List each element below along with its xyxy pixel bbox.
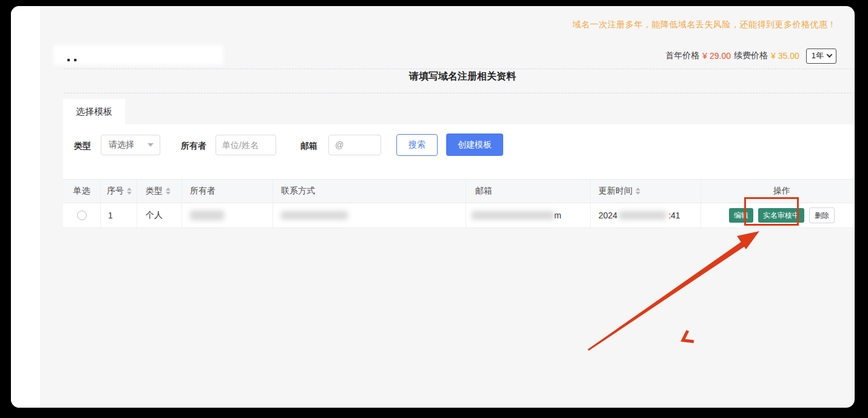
- create-template-button[interactable]: 创建模板: [446, 133, 503, 156]
- header-owner-label: 所有者: [190, 186, 215, 197]
- updated-prefix: 2024: [598, 211, 617, 220]
- redacted-email: [472, 211, 554, 220]
- header-select: 单选: [63, 180, 101, 203]
- chevron-down-icon: [827, 52, 833, 58]
- header-contact-label: 联系方式: [281, 186, 315, 197]
- row-index-value: 1: [108, 211, 113, 220]
- header-updated-label: 更新时间: [598, 186, 632, 197]
- screenshot-stage: 域名一次注册多年，能降低域名丢失风险，还能得到更多价格优惠！ 首年价格 ¥ 29…: [0, 0, 868, 418]
- type-filter-label: 类型: [74, 141, 91, 152]
- email-filter-label: 邮箱: [300, 141, 317, 152]
- search-button[interactable]: 搜索: [396, 134, 438, 156]
- dashed-divider: [64, 93, 855, 93]
- pricing-summary: 首年价格 ¥ 29.00 续费价格 ¥ 35.00 1年: [665, 48, 836, 64]
- row-index-cell: 1: [101, 203, 137, 228]
- header-contact: 联系方式: [273, 180, 466, 203]
- row-email-cell: m: [466, 203, 591, 228]
- type-select-value: 请选择: [109, 140, 134, 150]
- row-type-value: 个人: [146, 210, 163, 221]
- redacted-owner-name: [190, 211, 224, 220]
- collapsed-sidebar: [11, 6, 40, 408]
- header-index: 序号: [101, 180, 137, 203]
- table-row: 1 个人 m 2024 :41 编辑: [63, 203, 855, 228]
- header-owner: 所有者: [182, 180, 273, 203]
- annotation-highlight-box: [744, 197, 799, 226]
- renew-price-value: ¥ 35.00: [771, 51, 799, 61]
- redacted-dot: [67, 59, 70, 61]
- header-email: 邮箱: [466, 180, 591, 203]
- header-select-label: 单选: [73, 186, 90, 197]
- type-select[interactable]: 请选择: [101, 135, 160, 155]
- sort-icon[interactable]: [636, 187, 640, 195]
- header-email-label: 邮箱: [475, 186, 492, 197]
- row-type-cell: 个人: [137, 203, 182, 228]
- promo-banner-text: 域名一次注册多年，能降低域名丢失风险，还能得到更多价格优惠！: [572, 19, 836, 30]
- app-window: 域名一次注册多年，能降低域名丢失风险，还能得到更多价格优惠！ 首年价格 ¥ 29…: [11, 6, 855, 408]
- redacted-date-middle: [619, 211, 666, 220]
- dashed-divider: [64, 69, 855, 69]
- radio-button[interactable]: [77, 211, 87, 220]
- row-updated-cell: 2024 :41: [591, 203, 701, 228]
- owner-filter-label: 所有者: [181, 141, 206, 152]
- delete-button[interactable]: 删除: [809, 207, 835, 223]
- renew-price-label: 续费价格: [734, 50, 768, 61]
- header-type: 类型: [137, 180, 182, 203]
- table-header: 单选 序号 类型 所有者 联系方式 邮箱 更新时间: [63, 179, 855, 203]
- owner-input[interactable]: [215, 135, 276, 155]
- email-input[interactable]: [328, 135, 381, 155]
- header-actions-label: 操作: [773, 186, 790, 197]
- email-visible-suffix: m: [554, 211, 561, 220]
- sort-icon[interactable]: [166, 187, 171, 195]
- updated-suffix: :41: [668, 211, 680, 220]
- term-select[interactable]: 1年: [806, 49, 836, 64]
- row-select-cell: [63, 203, 101, 228]
- caret-down-icon: [147, 143, 154, 147]
- sort-icon[interactable]: [127, 187, 132, 195]
- term-select-value: 1年: [812, 50, 824, 61]
- first-year-price-label: 首年价格: [665, 50, 699, 61]
- row-contact-cell: [273, 203, 466, 228]
- redacted-dot: [74, 59, 76, 61]
- header-updated: 更新时间: [591, 180, 701, 203]
- header-index-label: 序号: [107, 186, 124, 197]
- redacted-phone-number: [281, 211, 348, 220]
- header-type-label: 类型: [146, 186, 163, 197]
- row-owner-cell: [182, 203, 273, 228]
- tab-select-template[interactable]: 选择模板: [63, 99, 125, 124]
- page-title: 请填写域名注册相关资料: [64, 70, 855, 83]
- first-year-price-value: ¥ 29.00: [702, 51, 731, 61]
- redacted-domain-text: [53, 45, 223, 65]
